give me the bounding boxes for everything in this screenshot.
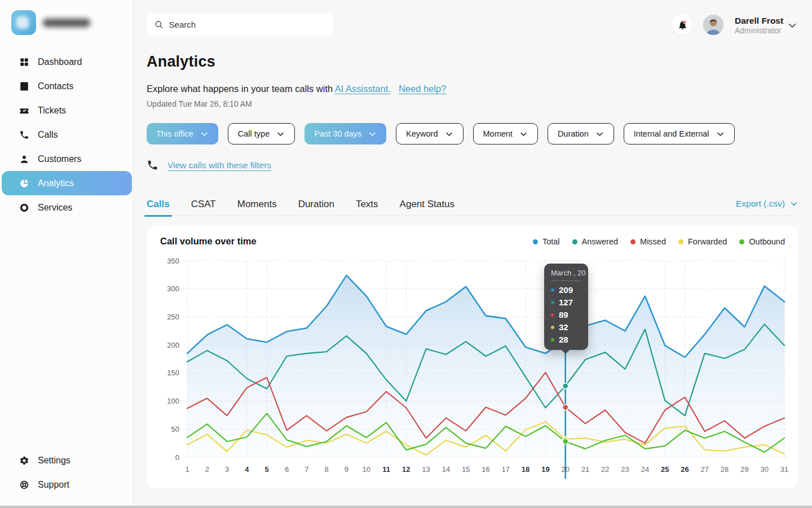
chevron-down-icon xyxy=(445,130,453,138)
y-tick: 0 xyxy=(175,453,179,462)
legend-label: Total xyxy=(542,237,560,246)
need-help-link[interactable]: Need help? xyxy=(399,84,446,94)
x-tick: 4 xyxy=(245,465,249,474)
tab-agent-status[interactable]: Agent Status xyxy=(400,199,454,216)
x-tick: 30 xyxy=(760,465,768,474)
tooltip-value: 28 xyxy=(559,335,568,344)
updated-timestamp: Updated Tue Mar 26, 8:10 AM xyxy=(147,99,252,108)
y-tick: 200 xyxy=(167,341,179,349)
notifications-button[interactable] xyxy=(672,15,692,35)
tab-csat[interactable]: CSAT xyxy=(191,199,216,216)
tooltip-row-missed: 89 xyxy=(551,310,581,319)
horizontal-scrollbar[interactable] xyxy=(0,506,812,508)
x-tick: 14 xyxy=(442,465,450,474)
tooltip-value: 127 xyxy=(559,297,573,307)
legend-item-total[interactable]: Total xyxy=(533,237,560,246)
y-tick: 350 xyxy=(167,257,179,265)
filter-chip-internal-and-external[interactable]: Internal and External xyxy=(624,123,735,144)
x-tick: 3 xyxy=(225,465,229,474)
filter-chip-duration[interactable]: Duration xyxy=(548,123,614,144)
hover-dot-outbound xyxy=(563,439,568,444)
sidebar-item-support[interactable]: Support xyxy=(2,472,132,497)
sidebar-item-tickets[interactable]: Tickets xyxy=(2,98,132,122)
logo-icon xyxy=(11,10,36,35)
y-tick: 100 xyxy=(167,397,179,405)
sidebar-item-analytics[interactable]: Analytics xyxy=(2,171,132,195)
tooltip-dot xyxy=(551,326,554,329)
call-volume-chart[interactable]: 0501001502002503003501234567891011121314… xyxy=(147,226,798,488)
phone-icon xyxy=(147,159,158,171)
filter-chip-call-type[interactable]: Call type xyxy=(228,123,295,144)
filter-chip-this-office[interactable]: This office xyxy=(147,123,218,144)
x-tick: 20 xyxy=(561,465,569,474)
sidebar-item-label: Support xyxy=(38,480,69,490)
user-menu[interactable]: Darell Frost Administrator xyxy=(735,15,783,36)
tooltip-dot xyxy=(551,338,554,341)
sidebar-item-dashboard[interactable]: Dashboard xyxy=(2,50,132,74)
x-tick: 15 xyxy=(462,465,470,474)
legend-item-answered[interactable]: Answered xyxy=(572,237,618,246)
view-calls-link[interactable]: View calls with these filters xyxy=(167,160,271,170)
x-tick: 1 xyxy=(185,465,189,474)
chevron-down-icon xyxy=(276,130,285,138)
tab-texts[interactable]: Texts xyxy=(356,199,378,216)
legend-dot xyxy=(739,239,744,244)
tooltip-row-total: 209 xyxy=(551,285,581,295)
chevron-down-icon[interactable] xyxy=(787,20,797,30)
x-tick: 17 xyxy=(502,465,510,474)
tooltip-dot xyxy=(551,301,554,304)
person-icon xyxy=(19,154,29,164)
tooltip-title: March , 20 xyxy=(551,269,581,281)
x-tick: 13 xyxy=(422,465,430,474)
tabs: CallsCSATMomentsDurationTextsAgent Statu… xyxy=(147,199,454,216)
sidebar: DashboardContactsTicketsCallsCustomersAn… xyxy=(0,0,134,508)
legend-label: Answered xyxy=(582,237,618,246)
tooltip-dot xyxy=(551,313,554,317)
chevron-down-icon xyxy=(519,130,528,138)
lifebuoy-icon xyxy=(19,480,29,490)
search-icon xyxy=(155,20,164,29)
sidebar-item-settings[interactable]: Settings xyxy=(2,448,132,472)
legend-item-outbound[interactable]: Outbound xyxy=(739,237,785,246)
x-tick: 21 xyxy=(581,465,589,474)
avatar[interactable] xyxy=(703,15,723,35)
legend-label: Forwarded xyxy=(688,237,727,246)
chart-tooltip: March , 20209127893228 xyxy=(544,264,588,350)
chart-title: Call volume over time xyxy=(160,236,257,247)
tooltip-dot xyxy=(551,288,554,292)
sidebar-item-calls[interactable]: Calls xyxy=(2,122,132,147)
sidebar-item-label: Dashboard xyxy=(38,57,82,67)
legend-item-missed[interactable]: Missed xyxy=(630,237,666,246)
tab-calls[interactable]: Calls xyxy=(147,199,170,216)
tooltip-value: 89 xyxy=(559,310,568,319)
tab-moments[interactable]: Moments xyxy=(237,199,277,216)
filter-chip-past-30-days[interactable]: Past 30 days xyxy=(304,123,386,144)
hover-dot-missed xyxy=(563,405,568,410)
filter-chip-keyword[interactable]: Keyword xyxy=(396,123,463,144)
sidebar-nav: DashboardContactsTicketsCallsCustomersAn… xyxy=(0,50,134,220)
sidebar-item-contacts[interactable]: Contacts xyxy=(2,74,132,98)
page-title: Analytics xyxy=(147,53,215,71)
export-label: Export (.csv) xyxy=(736,199,785,209)
search-field[interactable] xyxy=(169,20,325,29)
page-subtitle: Explore what happens in your team calls … xyxy=(147,84,446,94)
sidebar-item-customers[interactable]: Customers xyxy=(2,147,132,171)
chevron-down-icon xyxy=(716,130,725,138)
ai-assistant-link[interactable]: AI Assisstant. xyxy=(335,84,391,94)
y-tick: 50 xyxy=(171,425,179,433)
x-tick: 11 xyxy=(382,465,390,474)
tab-duration[interactable]: Duration xyxy=(298,199,334,216)
filter-chip-moment[interactable]: Moment xyxy=(473,123,538,144)
chevron-down-icon xyxy=(789,199,798,208)
legend-item-forwarded[interactable]: Forwarded xyxy=(678,237,727,246)
chip-label: Keyword xyxy=(406,129,438,138)
x-tick: 25 xyxy=(661,465,669,474)
user-name: Darell Frost xyxy=(735,15,783,26)
x-tick: 8 xyxy=(324,465,328,474)
sidebar-item-label: Tickets xyxy=(38,106,66,116)
chart-legend: TotalAnsweredMissedForwardedOutbound xyxy=(533,237,785,246)
export-csv-button[interactable]: Export (.csv) xyxy=(736,199,798,209)
chevron-down-icon xyxy=(595,130,604,138)
search-input[interactable] xyxy=(147,14,333,36)
sidebar-item-services[interactable]: Services xyxy=(2,195,132,220)
